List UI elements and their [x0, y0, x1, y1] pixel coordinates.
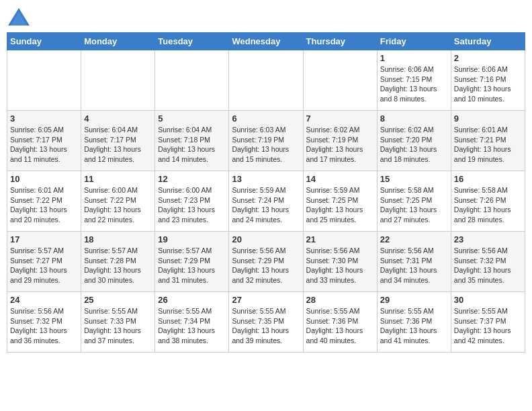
day-info: Sunrise: 6:01 AM Sunset: 7:21 PM Dayligh…	[454, 125, 522, 165]
day-number: 5	[158, 113, 226, 124]
calendar-cell: 16Sunrise: 5:58 AM Sunset: 7:26 PM Dayli…	[451, 171, 525, 232]
calendar-cell: 1Sunrise: 6:06 AM Sunset: 7:15 PM Daylig…	[377, 50, 451, 111]
calendar-cell	[303, 50, 377, 111]
calendar-cell	[155, 50, 229, 111]
calendar-cell: 7Sunrise: 6:02 AM Sunset: 7:19 PM Daylig…	[303, 111, 377, 171]
weekday-header-wednesday: Wednesday	[229, 33, 303, 50]
calendar-table: SundayMondayTuesdayWednesdayThursdayFrid…	[7, 32, 525, 353]
day-number: 20	[232, 234, 300, 244]
weekday-header-friday: Friday	[377, 33, 451, 50]
day-number: 22	[380, 234, 448, 244]
calendar-week-row: 10Sunrise: 6:01 AM Sunset: 7:22 PM Dayli…	[7, 171, 525, 232]
day-number: 27	[232, 295, 300, 305]
calendar-cell: 30Sunrise: 5:55 AM Sunset: 7:37 PM Dayli…	[451, 292, 525, 353]
weekday-header-sunday: Sunday	[7, 33, 81, 50]
day-info: Sunrise: 5:56 AM Sunset: 7:30 PM Dayligh…	[306, 246, 374, 285]
day-info: Sunrise: 5:56 AM Sunset: 7:31 PM Dayligh…	[380, 246, 448, 285]
calendar-cell: 25Sunrise: 5:55 AM Sunset: 7:33 PM Dayli…	[81, 292, 155, 353]
day-info: Sunrise: 6:03 AM Sunset: 7:19 PM Dayligh…	[232, 125, 300, 165]
day-number: 25	[84, 295, 152, 305]
day-info: Sunrise: 5:55 AM Sunset: 7:37 PM Dayligh…	[454, 306, 522, 346]
day-number: 8	[380, 113, 448, 124]
day-info: Sunrise: 5:57 AM Sunset: 7:27 PM Dayligh…	[10, 246, 78, 285]
calendar-cell: 21Sunrise: 5:56 AM Sunset: 7:30 PM Dayli…	[303, 232, 377, 292]
calendar-cell: 14Sunrise: 5:59 AM Sunset: 7:25 PM Dayli…	[303, 171, 377, 232]
calendar-week-row: 17Sunrise: 5:57 AM Sunset: 7:27 PM Dayli…	[7, 232, 525, 292]
calendar-week-row: 24Sunrise: 5:56 AM Sunset: 7:32 PM Dayli…	[7, 292, 525, 353]
day-number: 3	[10, 113, 78, 124]
day-number: 9	[454, 113, 522, 124]
day-info: Sunrise: 5:55 AM Sunset: 7:36 PM Dayligh…	[306, 306, 374, 346]
day-number: 12	[158, 174, 226, 184]
calendar-cell: 3Sunrise: 6:05 AM Sunset: 7:17 PM Daylig…	[7, 111, 81, 171]
day-number: 28	[306, 295, 374, 305]
calendar-cell	[7, 50, 81, 111]
day-info: Sunrise: 6:04 AM Sunset: 7:17 PM Dayligh…	[84, 125, 152, 165]
calendar-cell: 8Sunrise: 6:02 AM Sunset: 7:20 PM Daylig…	[377, 111, 451, 171]
day-number: 14	[306, 174, 374, 184]
calendar-cell: 19Sunrise: 5:57 AM Sunset: 7:29 PM Dayli…	[155, 232, 229, 292]
day-info: Sunrise: 5:55 AM Sunset: 7:33 PM Dayligh…	[84, 306, 152, 346]
day-info: Sunrise: 6:01 AM Sunset: 7:22 PM Dayligh…	[10, 185, 78, 225]
calendar-week-row: 1Sunrise: 6:06 AM Sunset: 7:15 PM Daylig…	[7, 50, 525, 111]
day-info: Sunrise: 6:02 AM Sunset: 7:19 PM Dayligh…	[306, 125, 374, 165]
day-number: 23	[454, 234, 522, 244]
day-info: Sunrise: 6:05 AM Sunset: 7:17 PM Dayligh…	[10, 125, 78, 165]
day-number: 19	[158, 234, 226, 244]
day-info: Sunrise: 5:58 AM Sunset: 7:25 PM Dayligh…	[380, 185, 448, 225]
day-number: 11	[84, 174, 152, 184]
calendar-cell: 12Sunrise: 6:00 AM Sunset: 7:23 PM Dayli…	[155, 171, 229, 232]
day-info: Sunrise: 5:57 AM Sunset: 7:28 PM Dayligh…	[84, 246, 152, 285]
calendar-cell	[81, 50, 155, 111]
day-info: Sunrise: 6:00 AM Sunset: 7:22 PM Dayligh…	[84, 185, 152, 225]
day-number: 6	[232, 113, 300, 124]
day-number: 29	[380, 295, 448, 305]
weekday-header-thursday: Thursday	[303, 33, 377, 50]
calendar-cell: 15Sunrise: 5:58 AM Sunset: 7:25 PM Dayli…	[377, 171, 451, 232]
day-info: Sunrise: 6:06 AM Sunset: 7:16 PM Dayligh…	[454, 64, 522, 104]
day-number: 13	[232, 174, 300, 184]
calendar-cell: 29Sunrise: 5:55 AM Sunset: 7:36 PM Dayli…	[377, 292, 451, 353]
calendar-cell	[229, 50, 303, 111]
day-info: Sunrise: 5:59 AM Sunset: 7:25 PM Dayligh…	[306, 185, 374, 225]
calendar-header-row: SundayMondayTuesdayWednesdayThursdayFrid…	[7, 33, 525, 50]
calendar-cell: 17Sunrise: 5:57 AM Sunset: 7:27 PM Dayli…	[7, 232, 81, 292]
calendar-cell: 2Sunrise: 6:06 AM Sunset: 7:16 PM Daylig…	[451, 50, 525, 111]
calendar-cell: 4Sunrise: 6:04 AM Sunset: 7:17 PM Daylig…	[81, 111, 155, 171]
day-number: 1	[380, 53, 448, 63]
day-info: Sunrise: 5:58 AM Sunset: 7:26 PM Dayligh…	[454, 185, 522, 225]
day-number: 4	[84, 113, 152, 124]
calendar-cell: 26Sunrise: 5:55 AM Sunset: 7:34 PM Dayli…	[155, 292, 229, 353]
day-number: 15	[380, 174, 448, 184]
calendar-cell: 5Sunrise: 6:04 AM Sunset: 7:18 PM Daylig…	[155, 111, 229, 171]
day-number: 18	[84, 234, 152, 244]
calendar-cell: 18Sunrise: 5:57 AM Sunset: 7:28 PM Dayli…	[81, 232, 155, 292]
weekday-header-saturday: Saturday	[451, 33, 525, 50]
day-info: Sunrise: 5:55 AM Sunset: 7:34 PM Dayligh…	[158, 306, 226, 346]
day-number: 26	[158, 295, 226, 305]
calendar-cell: 10Sunrise: 6:01 AM Sunset: 7:22 PM Dayli…	[7, 171, 81, 232]
day-info: Sunrise: 5:55 AM Sunset: 7:36 PM Dayligh…	[380, 306, 448, 346]
day-info: Sunrise: 5:56 AM Sunset: 7:29 PM Dayligh…	[232, 246, 300, 285]
calendar-cell: 9Sunrise: 6:01 AM Sunset: 7:21 PM Daylig…	[451, 111, 525, 171]
calendar-cell: 27Sunrise: 5:55 AM Sunset: 7:35 PM Dayli…	[229, 292, 303, 353]
calendar-cell: 11Sunrise: 6:00 AM Sunset: 7:22 PM Dayli…	[81, 171, 155, 232]
calendar-week-row: 3Sunrise: 6:05 AM Sunset: 7:17 PM Daylig…	[7, 111, 525, 171]
day-info: Sunrise: 6:02 AM Sunset: 7:20 PM Dayligh…	[380, 125, 448, 165]
day-number: 17	[10, 234, 78, 244]
day-number: 10	[10, 174, 78, 184]
day-number: 30	[454, 295, 522, 305]
weekday-header-tuesday: Tuesday	[155, 33, 229, 50]
logo-icon	[7, 7, 31, 27]
calendar-cell: 24Sunrise: 5:56 AM Sunset: 7:32 PM Dayli…	[7, 292, 81, 353]
calendar-cell: 23Sunrise: 5:56 AM Sunset: 7:32 PM Dayli…	[451, 232, 525, 292]
day-info: Sunrise: 5:56 AM Sunset: 7:32 PM Dayligh…	[454, 246, 522, 285]
calendar-cell: 13Sunrise: 5:59 AM Sunset: 7:24 PM Dayli…	[229, 171, 303, 232]
day-info: Sunrise: 6:04 AM Sunset: 7:18 PM Dayligh…	[158, 125, 226, 165]
day-info: Sunrise: 6:00 AM Sunset: 7:23 PM Dayligh…	[158, 185, 226, 225]
day-number: 2	[454, 53, 522, 63]
day-info: Sunrise: 6:06 AM Sunset: 7:15 PM Dayligh…	[380, 64, 448, 104]
day-number: 24	[10, 295, 78, 305]
day-info: Sunrise: 5:59 AM Sunset: 7:24 PM Dayligh…	[232, 185, 300, 225]
day-number: 7	[306, 113, 374, 124]
